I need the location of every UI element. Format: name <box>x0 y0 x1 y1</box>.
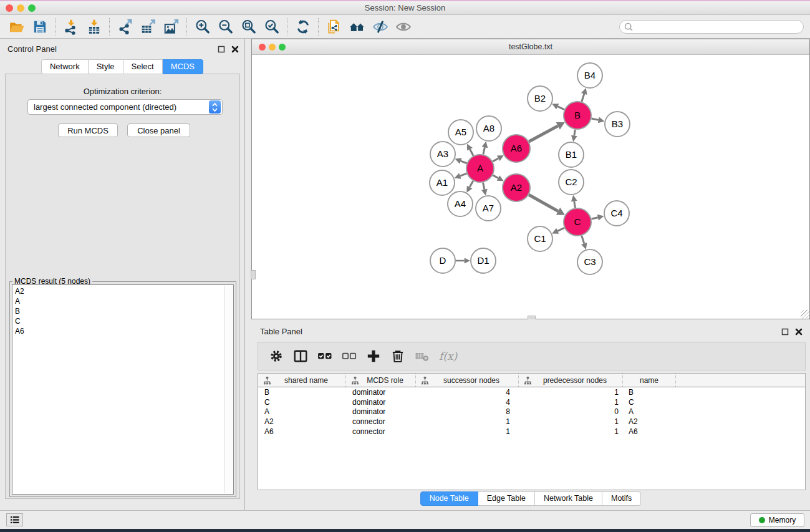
graph-edge-A-A5[interactable] <box>470 149 474 155</box>
toolbar-button-import-network[interactable] <box>59 17 82 37</box>
toolbar-button-refresh-layout[interactable] <box>291 17 314 37</box>
column-header-MCDS-role[interactable]: MCDS role <box>346 374 416 387</box>
graph-edge-A-A2[interactable] <box>493 175 498 178</box>
close-panel-button[interactable]: Close panel <box>127 123 190 137</box>
table-toolbar-button-select-all[interactable] <box>315 346 334 366</box>
table-toolbar-button-deselect-all[interactable] <box>339 346 359 366</box>
float-panel-icon[interactable] <box>217 45 225 53</box>
table-row[interactable]: A6connector11A6 <box>258 427 805 437</box>
table-cell[interactable]: 0 <box>519 407 623 416</box>
graph-edge-C-C1[interactable] <box>557 228 564 231</box>
graph-edge-A6-B[interactable] <box>529 126 558 142</box>
table-cell[interactable]: B <box>258 388 346 397</box>
toolbar-button-document-network[interactable] <box>322 17 345 37</box>
table-toolbar-button-add-row[interactable] <box>364 346 383 366</box>
table-cell[interactable]: 1 <box>519 417 623 426</box>
task-history-button[interactable] <box>6 513 23 526</box>
table-cell[interactable]: 4 <box>416 388 519 397</box>
table-cell[interactable]: A2 <box>623 417 676 426</box>
network-canvas[interactable]: B4B2BB3A8A5A6A3B1AA1C2A2A4A7C4CC1C3DD1 <box>252 56 809 319</box>
graph-edge-A-A6[interactable] <box>493 158 498 162</box>
toolbar-button-zoom-out[interactable] <box>214 17 237 37</box>
table-cell[interactable]: A <box>623 407 676 416</box>
criterion-select[interactable]: largest connected component (directed) <box>27 99 223 115</box>
graph-edge-A-A7[interactable] <box>483 183 485 190</box>
toolbar-button-zoom-selected[interactable] <box>260 17 283 37</box>
result-list-item[interactable]: A6 <box>15 326 233 336</box>
table-cell[interactable]: dominator <box>346 398 416 407</box>
table-cell[interactable]: 4 <box>416 398 519 407</box>
graph-edge-B-B2[interactable] <box>557 107 564 110</box>
table-cell[interactable]: B <box>623 388 676 397</box>
graph-edge-A-A4[interactable] <box>470 181 473 187</box>
table-cell[interactable]: connector <box>346 417 416 426</box>
table-cell[interactable]: 1 <box>519 427 623 436</box>
table-row[interactable]: Bdominator41B <box>258 387 805 397</box>
function-builder-button[interactable]: f(x) <box>436 350 457 362</box>
mcds-result-list[interactable]: A2ABCA6 <box>12 284 234 495</box>
toolbar-button-houses[interactable] <box>345 17 369 37</box>
table-cell[interactable]: C <box>623 398 676 407</box>
toolbar-button-eye-slash[interactable] <box>369 17 392 37</box>
table-cell[interactable]: A <box>258 407 346 416</box>
table-cell[interactable]: 1 <box>416 417 519 426</box>
table-cell[interactable]: 1 <box>416 427 519 436</box>
run-mcds-button[interactable]: Run MCDS <box>58 123 118 137</box>
close-panel-icon[interactable] <box>231 45 239 53</box>
tab-edge-table[interactable]: Edge Table <box>478 491 535 506</box>
table-row[interactable]: Adominator80A <box>258 407 805 417</box>
table-row[interactable]: A2connector11A2 <box>258 417 805 427</box>
toolbar-button-zoom-fit[interactable] <box>237 17 260 37</box>
table-cell[interactable]: 1 <box>519 398 623 407</box>
graph-edge-C-C2[interactable] <box>574 201 576 208</box>
graph-edge-A-A1[interactable] <box>460 173 467 176</box>
tab-network[interactable]: Network <box>41 59 89 74</box>
tab-style[interactable]: Style <box>89 59 123 74</box>
memory-button[interactable]: Memory <box>750 513 804 527</box>
column-header-successor-nodes[interactable]: successor nodes <box>416 374 519 387</box>
graph-edge-C-C3[interactable] <box>582 236 584 244</box>
toolbar-button-export-image[interactable] <box>160 17 183 37</box>
table-cell[interactable]: A6 <box>258 427 346 436</box>
toolbar-button-save-session[interactable] <box>28 17 51 37</box>
result-list-item[interactable]: A2 <box>15 286 233 296</box>
toolbar-button-open-file[interactable] <box>5 17 28 37</box>
toolbar-button-export-network[interactable] <box>113 17 137 37</box>
float-table-panel-icon[interactable] <box>781 327 789 336</box>
column-header-predecessor-nodes[interactable]: predecessor nodes <box>519 374 623 387</box>
result-list-item[interactable]: C <box>15 316 233 326</box>
column-header-shared-name[interactable]: shared name <box>258 374 346 387</box>
graph-edge-B-B3[interactable] <box>591 118 598 120</box>
table-cell[interactable]: connector <box>346 427 416 436</box>
tab-motifs[interactable]: Motifs <box>602 491 641 506</box>
window-resize-grip[interactable] <box>801 310 809 319</box>
table-toolbar-button-delete-row[interactable] <box>388 346 407 366</box>
table-cell[interactable]: A6 <box>623 427 676 436</box>
table-cell[interactable]: C <box>258 398 346 407</box>
graph-edge-A-A3[interactable] <box>461 161 467 163</box>
column-header-name[interactable]: name <box>623 374 676 387</box>
tab-mcds[interactable]: MCDS <box>163 59 203 74</box>
graph-edge-A2-C[interactable] <box>529 195 558 211</box>
search-box[interactable] <box>619 20 804 34</box>
toolbar-button-export-table[interactable] <box>137 17 160 37</box>
table-row[interactable]: Cdominator41C <box>258 397 805 407</box>
toolbar-button-zoom-in[interactable] <box>191 17 214 37</box>
result-list-scrollbar[interactable] <box>224 286 233 493</box>
splitter-grip-left[interactable] <box>251 270 256 279</box>
close-table-panel-icon[interactable] <box>794 327 803 336</box>
table-cell[interactable]: 1 <box>519 388 623 397</box>
table-cell[interactable]: dominator <box>346 388 416 397</box>
table-toolbar-button-split-panel[interactable] <box>291 346 310 366</box>
graph-edge-B-B4[interactable] <box>582 94 584 102</box>
graph-edge-C-C4[interactable] <box>591 218 597 219</box>
graph-edge-B-B1[interactable] <box>574 130 576 136</box>
tab-node-table[interactable]: Node Table <box>420 491 478 506</box>
result-list-item[interactable]: A <box>15 296 233 306</box>
toolbar-button-eye[interactable] <box>392 17 415 37</box>
node-table[interactable]: shared nameMCDS rolesuccessor nodesprede… <box>258 373 806 490</box>
result-list-item[interactable]: B <box>15 306 233 316</box>
toolbar-button-import-table[interactable] <box>82 17 105 37</box>
graph-edge-A-A8[interactable] <box>483 147 485 154</box>
table-cell[interactable]: 8 <box>416 407 519 416</box>
